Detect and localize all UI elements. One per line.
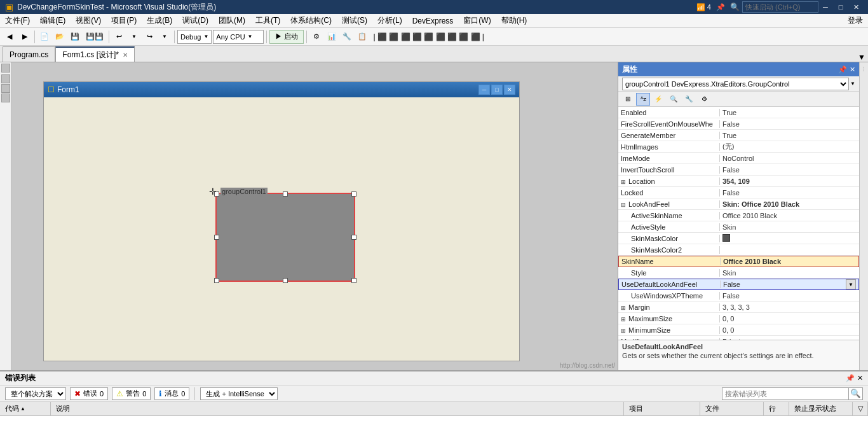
props-extra2-btn[interactable]: ⚙ <box>697 93 711 106</box>
redo-dropdown-btn[interactable]: ▼ <box>158 30 172 44</box>
props-row-htmlimages[interactable]: HtmlImages (无) <box>618 141 859 153</box>
handle-mr[interactable] <box>351 235 356 240</box>
error-search-input[interactable] <box>722 387 849 400</box>
props-row-margin[interactable]: ⊞Margin 3, 3, 3, 3 <box>618 302 859 313</box>
menu-architecture[interactable]: 体系结构(C) <box>285 14 337 27</box>
error-panel-close-btn[interactable]: ✕ <box>857 374 863 382</box>
menu-edit[interactable]: 编辑(E) <box>35 14 71 27</box>
props-search-btn[interactable]: 🔍 <box>667 93 681 106</box>
open-btn[interactable]: 📂 <box>53 30 67 44</box>
error-filter-errors[interactable]: ✖ 错误 0 <box>70 387 108 400</box>
props-row-location[interactable]: ⊞Location 354, 109 <box>618 176 859 187</box>
left-toolbar-icon2[interactable] <box>1 74 10 83</box>
undo-dropdown-btn[interactable]: ▼ <box>127 30 141 44</box>
left-toolbar-icon4[interactable] <box>1 94 10 102</box>
toolbar-icon3[interactable]: 🔧 <box>340 30 354 44</box>
props-close-btn[interactable]: ✕ <box>850 66 855 74</box>
error-col-file[interactable]: 文件 <box>700 402 764 415</box>
error-col-filter[interactable]: ▽ <box>853 402 868 415</box>
menu-tools[interactable]: 工具(T) <box>250 14 285 27</box>
props-pin-btn[interactable]: 📌 <box>838 66 847 74</box>
props-categ-btn[interactable]: ⊞ <box>621 93 635 106</box>
form-close-btn[interactable]: ✕ <box>504 85 515 95</box>
menu-test[interactable]: 测试(S) <box>337 14 372 27</box>
menu-analyze[interactable]: 分析(L) <box>372 14 407 27</box>
menu-build[interactable]: 生成(B) <box>142 14 177 27</box>
props-events-btn[interactable]: ⚡ <box>651 93 665 106</box>
error-col-project[interactable]: 项目 <box>624 402 700 415</box>
props-row-usexp[interactable]: UseWindowsXPTheme False <box>618 290 859 302</box>
save-btn[interactable]: 💾 <box>68 30 82 44</box>
save-all-btn[interactable]: 💾💾 <box>83 30 106 44</box>
tab-form1-close[interactable]: ✕ <box>123 52 128 59</box>
form-max-btn[interactable]: □ <box>491 85 503 95</box>
handle-tl[interactable] <box>214 191 219 197</box>
props-row-maxsize[interactable]: ⊞MaximumSize 0, 0 <box>618 313 859 324</box>
tab-program-cs[interactable]: Program.cs <box>3 46 55 62</box>
props-extra-btn[interactable]: 🔧 <box>682 93 696 106</box>
props-row-activestyle[interactable]: ActiveStyle Skin <box>618 221 859 233</box>
form-min-btn[interactable]: ─ <box>478 85 490 95</box>
tab-form1-design[interactable]: Form1.cs [设计]* ✕ <box>55 46 135 62</box>
menu-project[interactable]: 项目(P) <box>106 14 142 27</box>
handle-bl[interactable] <box>214 278 219 283</box>
left-toolbar-icon1[interactable] <box>1 64 10 73</box>
usedefault-dropdown-btn[interactable]: ▼ <box>846 279 856 289</box>
handle-bm[interactable] <box>283 278 288 283</box>
handle-ml[interactable] <box>214 235 219 240</box>
error-col-line[interactable]: 行 <box>764 402 789 415</box>
close-button[interactable]: ✕ <box>849 1 863 13</box>
error-scope-select[interactable]: 整个解决方案 <box>5 387 66 400</box>
props-row-imemode[interactable]: ImeMode NoControl <box>618 153 859 164</box>
build-filter-select[interactable]: 生成 + IntelliSense <box>200 387 278 400</box>
props-alpha-btn[interactable]: ᴬᴢ <box>636 93 650 106</box>
menu-debug[interactable]: 调试(D) <box>177 14 214 27</box>
menu-team[interactable]: 团队(M) <box>214 14 250 27</box>
props-row-locked[interactable]: Locked False <box>618 187 859 198</box>
props-row-lookandfeel[interactable]: ⊟LookAndFeel Skin: Office 2010 Black <box>618 198 859 210</box>
props-row-skinname[interactable]: SkinName Office 2010 Black <box>618 256 859 267</box>
error-search-btn[interactable]: 🔍 <box>849 387 863 400</box>
quick-launch-input[interactable] <box>742 1 818 13</box>
props-row-style[interactable]: Style Skin <box>618 267 859 279</box>
toolbar-icon2[interactable]: 📊 <box>325 30 339 44</box>
back-btn[interactable]: ◀ <box>3 30 17 44</box>
props-row-activeskin[interactable]: ActiveSkinName Office 2010 Black <box>618 210 859 221</box>
props-row-inverttouch[interactable]: InvertTouchScroll False <box>618 164 859 176</box>
login-btn[interactable]: 登录 <box>848 15 868 26</box>
undo-btn[interactable]: ↩ <box>112 30 126 44</box>
error-filter-warnings[interactable]: ⚠ 警告 0 <box>112 387 151 400</box>
handle-tr[interactable] <box>351 191 356 197</box>
props-row-genmember[interactable]: GenerateMember True <box>618 130 859 141</box>
error-filter-messages[interactable]: ℹ 消息 0 <box>154 387 189 400</box>
menu-view[interactable]: 视图(V) <box>71 14 106 27</box>
menu-devexpress[interactable]: DevExpress <box>407 14 459 27</box>
left-toolbar-icon3[interactable] <box>1 84 10 93</box>
cpu-dropdown[interactable]: Any CPU ▼ <box>213 30 264 44</box>
group-control[interactable]: groupControl1 ✛ <box>215 193 355 282</box>
right-sidebar-handle[interactable]: ⋮ <box>860 65 868 74</box>
forward-btn[interactable]: ▶ <box>18 30 32 44</box>
error-col-code[interactable]: 代码 ▲ <box>0 402 51 415</box>
maximize-button[interactable]: □ <box>834 1 848 13</box>
minimize-button[interactable]: ─ <box>818 1 832 13</box>
start-btn[interactable]: ▶ 启动 <box>269 30 304 44</box>
error-col-status[interactable]: 禁止显示状态 <box>789 402 853 415</box>
error-panel-pin-btn[interactable]: 📌 <box>846 374 855 382</box>
props-object-dropdown-arrow[interactable]: ▼ <box>850 81 855 87</box>
redo-btn[interactable]: ↪ <box>142 30 156 44</box>
props-row-enabled[interactable]: Enabled True <box>618 107 859 118</box>
props-object-select[interactable]: groupControl1 DevExpress.XtraEditors.Gro… <box>622 78 849 90</box>
menu-help[interactable]: 帮助(H) <box>496 14 532 27</box>
error-col-desc[interactable]: 说明 <box>51 402 624 415</box>
new-project-btn[interactable]: 📄 <box>37 30 51 44</box>
props-row-usedefault[interactable]: UseDefaultLookAndFeel False ▼ <box>618 279 859 290</box>
menu-window[interactable]: 窗口(W) <box>458 14 496 27</box>
toolbar-icon4[interactable]: 📋 <box>355 30 369 44</box>
handle-tm[interactable] <box>283 191 288 197</box>
props-row-skinmaskcolor[interactable]: SkinMaskColor <box>618 233 859 244</box>
props-row-firescroll[interactable]: FireScrollEventOnMouseWhe False <box>618 118 859 130</box>
handle-br[interactable] <box>351 278 356 283</box>
props-row-skinmaskcolor2[interactable]: SkinMaskColor2 <box>618 244 859 256</box>
tab-dropdown-btn[interactable]: ▼ <box>858 53 868 62</box>
